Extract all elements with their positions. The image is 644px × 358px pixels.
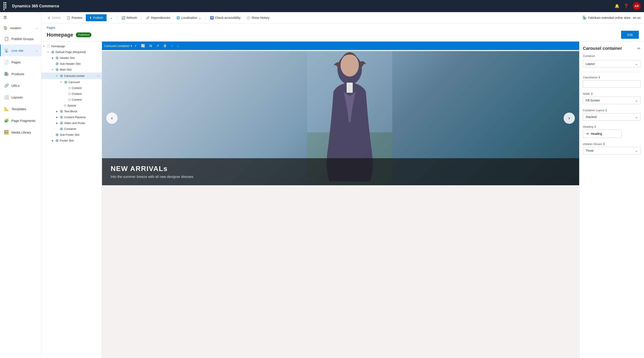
sub-header-slot-icon: ⚙️	[55, 62, 59, 65]
publish-icon: ⬆	[89, 16, 92, 20]
check-accessibility-button[interactable]: ♿ Check accessibility	[208, 14, 243, 21]
canvas-export-button[interactable]: ↗	[154, 43, 161, 49]
header-slot-icon: ⚙️	[55, 56, 59, 60]
sidebar-item-products[interactable]: 🛍️ Products	[0, 68, 41, 80]
classname-info-icon[interactable]: ℹ	[598, 76, 600, 79]
sidebar-item-live-site[interactable]: 📡 Live site ⌄	[0, 45, 41, 56]
grid-menu-icon[interactable]	[4, 2, 8, 10]
default-page-icon: ⚙️	[51, 50, 54, 54]
carousel-container-more[interactable]: ⋯	[96, 74, 100, 78]
children-shown-dropdown[interactable]: Three ⌄	[583, 147, 640, 154]
canvas-add-button[interactable]: +	[133, 43, 138, 49]
sidebar-item-templates[interactable]: 📐 Templates	[0, 103, 41, 115]
preview-button[interactable]: 📋 Preview	[64, 14, 85, 21]
show-history-button[interactable]: 🕐 Show History	[244, 14, 272, 21]
refresh-button[interactable]: 🔄 Refresh	[119, 14, 140, 21]
delete-label: Delete	[52, 16, 60, 20]
tree-text-block-label: Text-Block	[64, 110, 100, 113]
text-block-icon: ⚙️	[60, 110, 63, 113]
container-layout-dropdown[interactable]: Stacked ⌄	[583, 113, 640, 121]
layout-field: Layout ⌄	[583, 60, 640, 68]
tree-carousel-label: Carousel	[68, 81, 100, 84]
tree-item-text-block[interactable]: ▶ ⚙️ Text-Block	[42, 108, 102, 114]
sidebar-item-page-fragments[interactable]: 🧩 Page Fragments	[0, 115, 41, 126]
sidebar-item-media-library[interactable]: 🖼️ Media Library	[0, 126, 41, 138]
container-layout-chevron: ⌄	[635, 115, 638, 119]
publish-chevron-icon: ⌄	[110, 16, 112, 20]
page-title-row: Homepage Published Edit	[47, 31, 639, 41]
notification-icon[interactable]: 🔔	[614, 4, 619, 9]
canvas-copy-button[interactable]: ⧉	[148, 43, 154, 49]
sidebar-item-modern[interactable]: 🏠 modern ⌄	[0, 23, 41, 33]
main-slot-chevron: ▾	[52, 68, 54, 71]
layouts-icon: ⬜	[4, 95, 9, 100]
user-avatar[interactable]: AR	[633, 2, 640, 10]
canvas-move-down-button[interactable]: ↓	[176, 43, 181, 49]
breadcrumb[interactable]: Pages	[47, 26, 639, 30]
sub-footer-slot-icon: ⚙️	[55, 133, 59, 136]
content1-icon: ⬡	[68, 86, 71, 90]
classname-label: ClassName	[583, 76, 597, 79]
container-layout-field: Container Layout ℹ Stacked ⌄	[583, 108, 640, 121]
live-site-chevron: ⌄	[36, 49, 38, 52]
carousel-next-button[interactable]: ›	[564, 113, 575, 124]
edit-button[interactable]: Edit	[621, 31, 639, 39]
tree-sub-header-slot-label: Sub Header Slot	[60, 62, 100, 65]
dependencies-label: Dependencies	[151, 16, 170, 20]
sidebar-item-pages[interactable]: 📄 Pages	[0, 56, 41, 68]
sidebar-item-urls[interactable]: 🔗 URLs	[0, 80, 41, 91]
sidebar-toggle[interactable]: ☰	[0, 12, 41, 23]
tree-item-main-slot[interactable]: ▾ ⚙️ Main Slot	[42, 67, 102, 73]
width-dropdown-chevron: ⌄	[635, 99, 638, 102]
sidebar-item-publish-groups[interactable]: 📋 Publish Groups	[0, 33, 41, 45]
tree-item-sub-header-slot[interactable]: ▶ ⚙️ Sub Header Slot	[42, 61, 102, 67]
sidebar-item-layouts[interactable]: ⬜ Layouts	[0, 91, 41, 103]
preview-label: Preview	[72, 16, 82, 20]
heading-button[interactable]: ✏ Heading	[583, 130, 622, 138]
tree-item-content3[interactable]: ▶ ⬡ Content	[42, 97, 102, 103]
header-slot-chevron: ▶	[52, 57, 54, 59]
tree-item-content1[interactable]: ▶ ⬡ Content	[42, 85, 102, 91]
classname-input[interactable]	[583, 80, 640, 88]
tree-item-container[interactable]: ▶ ⚙️ Container	[42, 126, 102, 132]
tree-item-homepage[interactable]: ▾ 📄 Homepage	[42, 43, 102, 49]
props-title: Carousel container	[583, 46, 622, 51]
tree-item-carousel[interactable]: ▾ ⚙️ Carousel	[42, 79, 102, 85]
canvas-refresh-button[interactable]: 🔄	[139, 43, 147, 49]
tree-item-footer-slot[interactable]: ▶ ⚙️ Footer Slot	[42, 138, 102, 143]
delete-button[interactable]: 🗑 Delete	[45, 14, 63, 21]
help-icon[interactable]: ❓	[624, 4, 628, 9]
tree-item-content-placement[interactable]: ▶ ⚙️ Content Placeme	[42, 114, 102, 120]
toolbar-sep-3	[206, 15, 206, 20]
canvas-move-up-button[interactable]: ↑	[170, 43, 174, 49]
tree-item-sub-footer-slot[interactable]: ▶ ⚙️ Sub Footer Slot	[42, 132, 102, 138]
tree-item-spacer[interactable]: ▶ ⬡ Spacer	[42, 103, 102, 108]
children-shown-info-icon[interactable]: ℹ	[603, 142, 604, 146]
tree-carousel-container-label: Carousel contair	[64, 74, 96, 78]
props-edit-icon[interactable]: ✏	[637, 46, 640, 51]
publish-button[interactable]: ⬆ Publish	[86, 14, 106, 21]
tree-item-video-produ[interactable]: ▶ ⚙️ Video and Produ	[42, 120, 102, 126]
tree-item-content2[interactable]: ▶ ⬡ Content	[42, 91, 102, 97]
spacer-icon: ⬡	[64, 104, 66, 107]
dependencies-icon: 🔗	[146, 16, 150, 20]
tree-item-header-slot[interactable]: ▶ ⚙️ Header Slot	[42, 55, 102, 61]
width-dropdown[interactable]: Fill Screen ⌄	[583, 97, 640, 104]
topbar: Dynamics 365 Commerce 🔔 ❓ AR	[0, 0, 644, 12]
video-produ-icon: ⚙️	[60, 121, 63, 125]
layout-dropdown[interactable]: Layout ⌄	[583, 60, 640, 68]
localization-button[interactable]: 🌐 Localization ⌄	[174, 14, 204, 21]
tree-item-carousel-container[interactable]: ▾ ⚙️ Carousel contair ⋯	[42, 73, 102, 79]
container-layout-info-icon[interactable]: ℹ	[606, 108, 606, 112]
publish-dropdown-button[interactable]: ⌄	[108, 14, 115, 21]
width-info-icon[interactable]: ℹ	[591, 92, 592, 95]
carousel-chevron: ▾	[60, 81, 63, 83]
tree-item-default-page[interactable]: ▾ ⚙️ Default Page (Required)	[42, 49, 102, 55]
heading-info-icon[interactable]: ℹ	[594, 125, 596, 128]
canvas-component-name[interactable]: Carousel container ▾	[104, 44, 132, 48]
footer-slot-icon: ⚙️	[55, 139, 59, 142]
canvas-delete-button[interactable]: 🗑	[162, 43, 168, 49]
carousel-title: NEW ARRIVALs	[111, 165, 570, 173]
carousel-prev-button[interactable]: ‹	[106, 113, 118, 124]
dependencies-button[interactable]: 🔗 Dependencies	[143, 14, 173, 21]
